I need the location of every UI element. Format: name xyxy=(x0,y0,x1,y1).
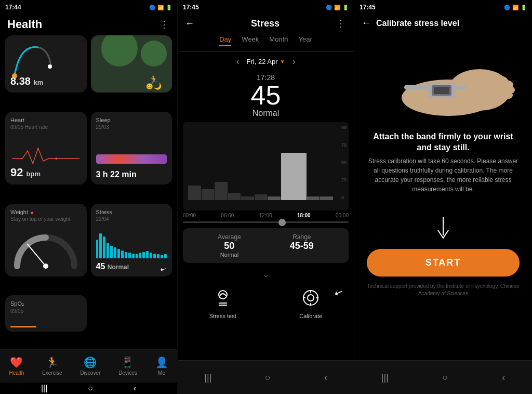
weight-label: Weight xyxy=(10,209,28,215)
nav3-home[interactable]: ○ xyxy=(443,372,448,383)
stress-card[interactable]: Stress 22/04 xyxy=(91,204,172,277)
nav-me[interactable]: 👤 Me xyxy=(155,356,168,376)
nav2-health[interactable]: ||| xyxy=(204,372,211,383)
status-icons-3: 🔵 📶 🔋 xyxy=(504,5,527,10)
nav3-back[interactable]: ‹ xyxy=(502,372,505,383)
stress-status: Normal xyxy=(108,264,129,271)
sleep-label: Sleep xyxy=(96,117,167,123)
stress-test-label: Stress test xyxy=(209,313,236,319)
health-nav-label: Health xyxy=(9,370,24,376)
nav-devices[interactable]: 📱 Devices xyxy=(118,356,137,376)
tab-month[interactable]: Month xyxy=(269,35,288,46)
nav2-back[interactable]: ‹ xyxy=(324,372,327,383)
calibrate-panel: 17:45 🔵 📶 🔋 ← Calibrate stress level xyxy=(354,0,532,394)
range-value: 45-59 xyxy=(290,241,314,252)
start-button[interactable]: START xyxy=(367,249,520,277)
time-3: 17:45 xyxy=(360,4,376,11)
heart-unit: bpm xyxy=(26,170,41,178)
scrubber-thumb xyxy=(278,219,286,226)
calibrate-instruction-text: Stress calibration will take 60 seconds.… xyxy=(354,156,532,204)
calibrate-title: Calibrate stress level xyxy=(376,19,459,28)
stress-status-main: Normal xyxy=(178,109,354,118)
stress-back-btn[interactable]: ← xyxy=(185,18,194,29)
health-grid: 8.38 km 🏃 🌙 😊 Heart 09/05 Heart rate xyxy=(0,35,177,347)
sleep-card[interactable]: Sleep 29/03 3 h 22 min xyxy=(91,112,172,185)
stress-main-value: 17:28 45 Normal xyxy=(178,71,354,122)
sleep-sublabel: 29/03 xyxy=(96,124,167,130)
time-label-1: 06:00 xyxy=(221,213,234,218)
svg-line-3 xyxy=(28,244,46,266)
map-circle-1 xyxy=(101,35,138,67)
nav-health[interactable]: ❤️ Health xyxy=(9,356,24,376)
time-label-3: 18:00 xyxy=(297,213,311,218)
svg-point-19 xyxy=(500,91,513,99)
weight-sublabel: Stay on top of your weight xyxy=(10,216,82,222)
heart-rate-svg xyxy=(5,146,87,166)
wrist-svg xyxy=(376,46,521,124)
calibrate-label: Calibrate xyxy=(299,313,322,319)
exercise-nav-label: Exercise xyxy=(42,370,62,376)
discover-nav-icon: 🌐 xyxy=(84,356,97,369)
calibrate-back-btn[interactable]: ← xyxy=(362,18,371,29)
health-menu-btn[interactable]: ⋮ xyxy=(159,19,170,30)
date-prev-btn[interactable]: ‹ xyxy=(236,56,240,67)
spo2-sublabel: 09/05 xyxy=(10,308,82,314)
weight-card[interactable]: Weight ● Stay on top of your weight xyxy=(5,204,87,277)
time-2: 17:45 xyxy=(183,4,199,11)
discover-nav-label: Discover xyxy=(80,370,100,376)
bottom-nav-2: ||| ○ ‹ xyxy=(178,360,354,394)
map-card[interactable]: 🏃 🌙 😊 xyxy=(91,35,172,93)
stress-label: Stress xyxy=(96,209,167,215)
stress-menu-btn[interactable]: ⋮ xyxy=(336,18,347,29)
heart-line xyxy=(5,146,87,166)
gesture-back: ‹ xyxy=(134,384,136,393)
spo2-card[interactable]: SpO₂ 09/05 xyxy=(5,295,87,332)
tab-week[interactable]: Week xyxy=(242,35,259,46)
nav-discover[interactable]: 🌐 Discover xyxy=(80,356,100,376)
arrow-down-container xyxy=(354,204,532,249)
stress-value: 45 Normal xyxy=(96,262,129,271)
devices-nav-icon: 📱 xyxy=(121,356,134,369)
moon-icon: 🌙 xyxy=(154,83,162,90)
activity-value: 8.38 km xyxy=(10,75,43,87)
stress-bars xyxy=(96,227,167,258)
scrubber[interactable] xyxy=(178,220,354,224)
svg-rect-23 xyxy=(404,85,430,90)
expand-btn[interactable]: ⌄ xyxy=(178,267,354,281)
date-next-btn[interactable]: › xyxy=(292,56,295,67)
chart-bar-group xyxy=(188,127,333,200)
svg-point-9 xyxy=(308,295,314,301)
health-nav-icon: ❤️ xyxy=(10,356,23,369)
nav2-home-icon: ○ xyxy=(265,372,271,383)
activity-card[interactable]: 8.38 km xyxy=(5,35,87,93)
calibrate-arrow: ↙ xyxy=(332,285,345,299)
svg-point-2 xyxy=(55,157,57,160)
date-nav: ‹ Fri, 22 Apr ▼ › xyxy=(178,52,354,71)
stress-test-btn[interactable]: Stress test xyxy=(209,288,236,319)
gesture-home: ○ xyxy=(88,384,93,393)
avg-label: Average xyxy=(218,233,241,241)
svg-rect-22 xyxy=(434,87,449,94)
me-nav-label: Me xyxy=(158,370,165,376)
calibrate-btn[interactable]: Calibrate ↙ xyxy=(299,288,322,319)
tab-year[interactable]: Year xyxy=(298,35,312,46)
stress-header: ← Stress ⋮ xyxy=(178,15,354,33)
face-icon: 😊 xyxy=(146,83,153,90)
nav3-lines[interactable]: ||| xyxy=(381,372,389,383)
gesture-lines: ||| xyxy=(41,384,47,393)
nav2-home[interactable]: ○ xyxy=(265,372,271,383)
range-label: Range xyxy=(290,233,314,241)
calibrate-instruction-title: Attach the band firmly to your wrist and… xyxy=(354,126,532,156)
nav-exercise[interactable]: 🏃 Exercise xyxy=(42,356,62,376)
tab-day[interactable]: Day xyxy=(219,35,231,46)
status-bar-2: 17:45 🔵 📶 🔋 xyxy=(178,0,354,15)
map-circle-2 xyxy=(141,41,167,67)
date-dropdown-icon[interactable]: ▼ xyxy=(280,59,285,64)
wrist-illustration xyxy=(354,33,532,126)
heart-card[interactable]: Heart 09/05 Heart rate 92 bpm xyxy=(5,112,87,185)
exercise-nav-icon: 🏃 xyxy=(46,356,59,369)
time-label-0: 00:00 xyxy=(183,213,196,218)
weight-dot: ● xyxy=(30,209,34,216)
date-display: Fri, 22 Apr ▼ xyxy=(247,58,285,65)
devices-nav-label: Devices xyxy=(118,370,137,376)
